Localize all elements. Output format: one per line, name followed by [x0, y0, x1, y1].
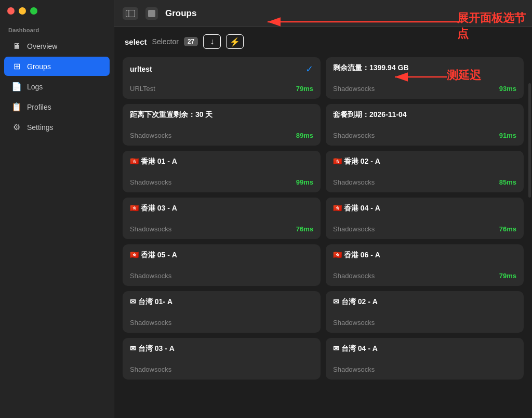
sidebar-item-label-overview: Overview: [27, 42, 57, 50]
node-latency-node-hk02: 85ms: [499, 178, 516, 186]
node-card-node-hk05[interactable]: 🇭🇰 香港 05 - AShadowsocks: [123, 244, 321, 286]
node-type-node-hk02: Shadowsocks: [333, 178, 375, 186]
main-content: Groups select Selector 27 ↓ ⚡ urltest✓UR…: [114, 0, 532, 418]
settings-icon: ⚙: [11, 122, 22, 132]
node-name-node-tw02: ✉ 台湾 02 - A: [333, 297, 378, 307]
node-name-node-hk01: 🇭🇰 香港 01 - A: [130, 157, 177, 166]
node-name-node-tw03: ✉ 台湾 03 - A: [130, 344, 175, 354]
sidebar-item-groups[interactable]: ⊞ Groups: [4, 57, 110, 76]
node-name-node-hk05: 🇭🇰 香港 05 - A: [130, 251, 177, 260]
sidebar-item-settings[interactable]: ⚙ Settings: [4, 117, 110, 137]
svg-rect-0: [126, 10, 135, 17]
sidebar-item-overview[interactable]: 🖥 Overview: [4, 37, 110, 56]
nodes-grid: urltest✓URLTest79ms剩余流量：1399.94 GBShadow…: [114, 54, 532, 418]
node-name-node-hk02: 🇭🇰 香港 02 - A: [333, 157, 380, 166]
node-latency-node-hk06: 79ms: [499, 272, 516, 280]
annotation-latency-text: 测延迟: [447, 68, 481, 83]
node-card-node-hk02[interactable]: 🇭🇰 香港 02 - AShadowsocks85ms: [326, 151, 524, 192]
node-latency-node-expire: 91ms: [499, 132, 516, 139]
node-type-node-traffic: Shadowsocks: [333, 85, 375, 93]
node-type-node-days: Shadowsocks: [130, 132, 171, 139]
node-selected-check: ✓: [305, 63, 313, 75]
traffic-light-yellow[interactable]: [19, 7, 26, 15]
annotation-panel-text: 展开面板选节点: [457, 10, 532, 42]
node-name-node-tw04: ✉ 台湾 04 - A: [333, 344, 378, 354]
node-card-node-traffic[interactable]: 剩余流量：1399.94 GBShadowsocks93ms: [326, 57, 524, 99]
sidebar-item-label-logs: Logs: [27, 83, 43, 91]
node-type-node-tw04: Shadowsocks: [333, 365, 375, 373]
node-type-node-tw02: Shadowsocks: [333, 319, 375, 326]
node-latency-node-hk01: 99ms: [296, 178, 313, 186]
node-latency-node-traffic: 93ms: [499, 85, 516, 93]
node-card-node-days[interactable]: 距离下次重置剩余：30 天Shadowsocks89ms: [123, 104, 321, 146]
node-latency-node-days: 89ms: [296, 132, 313, 139]
sidebar-item-label-groups: Groups: [27, 62, 51, 71]
node-type-node-hk01: Shadowsocks: [130, 178, 171, 186]
node-card-node-hk03[interactable]: 🇭🇰 香港 03 - AShadowsocks76ms: [123, 198, 321, 239]
sidebar: Dashboard 🖥 Overview ⊞ Groups 📄 Logs 📋 P…: [0, 0, 114, 418]
traffic-lights: [7, 7, 37, 15]
node-name-node-expire: 套餐到期：2026-11-04: [333, 110, 407, 120]
node-type-node-hk03: Shadowsocks: [130, 225, 171, 233]
node-card-node-tw02[interactable]: ✉ 台湾 02 - AShadowsocks: [326, 291, 524, 333]
profiles-icon: 📋: [11, 102, 22, 112]
node-name-node-urltest: urltest: [130, 65, 152, 73]
sidebar-item-label-profiles: Profiles: [27, 103, 51, 111]
traffic-light-green[interactable]: [30, 7, 37, 15]
node-name-node-traffic: 剩余流量：1399.94 GB: [333, 63, 409, 73]
node-card-node-hk01[interactable]: 🇭🇰 香港 01 - AShadowsocks99ms: [123, 151, 321, 192]
sidebar-item-label-settings: Settings: [27, 123, 54, 132]
sidebar-section-label: Dashboard: [0, 21, 114, 36]
traffic-light-red[interactable]: [7, 7, 15, 15]
node-type-node-tw03: Shadowsocks: [130, 365, 171, 373]
node-name-node-hk03: 🇭🇰 香港 03 - A: [130, 204, 177, 213]
node-type-node-hk04: Shadowsocks: [333, 225, 375, 233]
panel-toggle-button[interactable]: [123, 7, 138, 20]
node-name-node-tw01: ✉ 台湾 01- A: [130, 297, 172, 307]
node-type-node-hk05: Shadowsocks: [130, 272, 171, 280]
overview-icon: 🖥: [11, 42, 22, 51]
node-name-node-hk06: 🇭🇰 香港 06 - A: [333, 251, 380, 260]
node-type-node-expire: Shadowsocks: [333, 132, 375, 139]
node-card-node-tw01[interactable]: ✉ 台湾 01- AShadowsocks: [123, 291, 321, 333]
node-latency-node-hk03: 76ms: [296, 225, 313, 233]
select-label: select: [125, 37, 147, 46]
node-card-node-hk04[interactable]: 🇭🇰 香港 04 - AShadowsocks76ms: [326, 198, 524, 239]
download-icon: ↓: [210, 37, 214, 46]
download-speed-button[interactable]: ↓: [203, 34, 221, 49]
scrollbar-thumb[interactable]: [528, 83, 531, 198]
node-type-node-urltest: URLTest: [130, 85, 155, 93]
square-button[interactable]: [145, 7, 158, 20]
node-latency-node-hk04: 76ms: [499, 225, 516, 233]
node-type-node-hk06: Shadowsocks: [333, 272, 375, 280]
logs-icon: 📄: [11, 82, 22, 92]
node-latency-node-urltest: 79ms: [296, 85, 313, 93]
sidebar-item-logs[interactable]: 📄 Logs: [4, 77, 110, 96]
node-card-node-expire[interactable]: 套餐到期：2026-11-04Shadowsocks91ms: [326, 104, 524, 146]
selector-label: Selector: [152, 37, 179, 46]
groups-icon: ⊞: [11, 61, 22, 71]
node-count-badge: 27: [184, 37, 198, 46]
lightning-icon: ⚡: [230, 37, 240, 47]
sidebar-item-profiles[interactable]: 📋 Profiles: [4, 97, 110, 116]
node-card-node-tw03[interactable]: ✉ 台湾 03 - AShadowsocks: [123, 338, 321, 380]
node-name-node-days: 距离下次重置剩余：30 天: [130, 110, 212, 120]
latency-test-button[interactable]: ⚡: [226, 34, 244, 49]
node-type-node-tw01: Shadowsocks: [130, 319, 171, 326]
node-card-node-urltest[interactable]: urltest✓URLTest79ms: [123, 57, 321, 99]
node-card-node-tw04[interactable]: ✉ 台湾 04 - AShadowsocks: [326, 338, 524, 380]
node-name-node-hk04: 🇭🇰 香港 04 - A: [333, 204, 380, 213]
node-card-node-hk06[interactable]: 🇭🇰 香港 06 - AShadowsocks79ms: [326, 244, 524, 286]
